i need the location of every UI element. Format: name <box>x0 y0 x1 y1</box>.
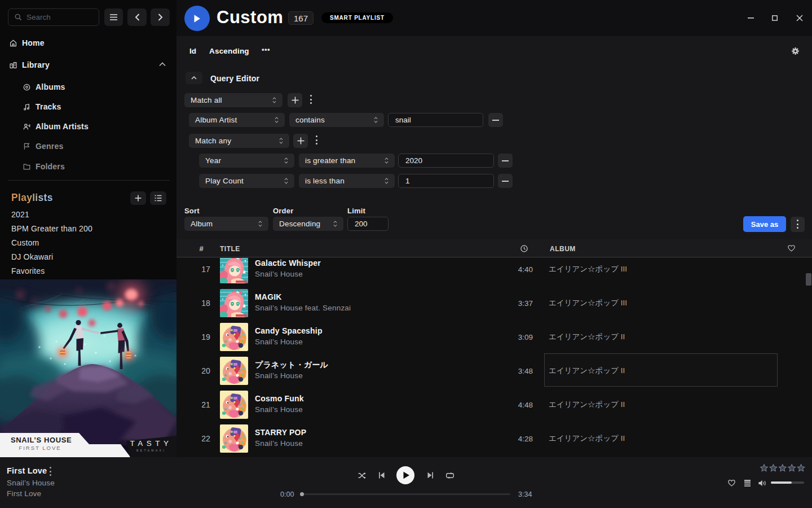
svg-text:TASTY: TASTY <box>130 439 172 448</box>
svg-text:FIRST LOVE: FIRST LOVE <box>19 445 61 451</box>
svg-text:SNAIL’S HOUSE: SNAIL’S HOUSE <box>11 436 72 444</box>
svg-text:BETAMAXI: BETAMAXI <box>136 449 166 452</box>
